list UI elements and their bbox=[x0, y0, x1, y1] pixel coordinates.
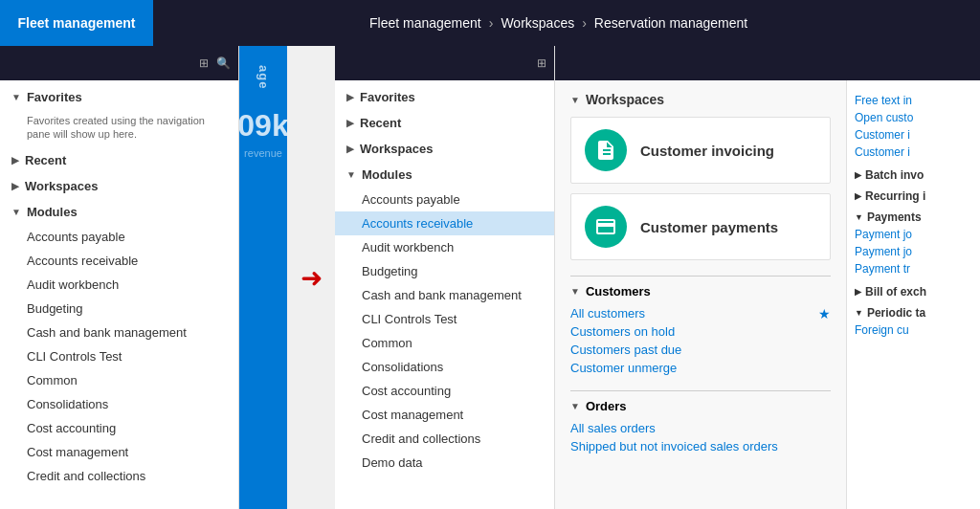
mid-nav-item-audit-workbench[interactable]: Audit workbench bbox=[335, 235, 554, 259]
far-link-customer-i1[interactable]: Customer i bbox=[855, 126, 972, 144]
left-recent-label: Recent bbox=[25, 153, 66, 167]
invoice-svg bbox=[594, 139, 617, 162]
mid-recent-header[interactable]: ▶ Recent bbox=[335, 110, 554, 136]
breadcrumb: Fleet management › Workspaces › Reservat… bbox=[354, 15, 747, 31]
right-panel: ▼ Workspaces Customer invoicing bbox=[555, 46, 980, 509]
far-batch-label: Batch invo bbox=[865, 168, 924, 182]
mid-favorites-header[interactable]: ▶ Favorites bbox=[335, 84, 554, 110]
left-nav-item-cli[interactable]: CLI Controls Test bbox=[0, 344, 238, 368]
left-panel-header: ⊞ 🔍 bbox=[0, 46, 238, 80]
divider-2 bbox=[570, 390, 831, 391]
mid-modules-section: ▼ Modules Accounts payable Accounts rece… bbox=[335, 162, 554, 475]
mid-workspaces-header[interactable]: ▶ Workspaces bbox=[335, 136, 554, 162]
left-favorites-header[interactable]: ▼ Favorites bbox=[0, 84, 238, 110]
mid-nav-item-cli[interactable]: CLI Controls Test bbox=[335, 307, 554, 331]
far-foreign-cu[interactable]: Foreign cu bbox=[855, 321, 972, 339]
customers-section: ▼ Customers All customers ★ Customers on… bbox=[570, 284, 831, 377]
orders-title: Orders bbox=[586, 399, 627, 413]
far-link-open-cust[interactable]: Open custo bbox=[855, 109, 972, 126]
mid-nav-item-cost-accounting[interactable]: Cost accounting bbox=[335, 379, 554, 403]
mid-modules-chevron: ▼ bbox=[346, 169, 356, 180]
customer-unmerge-link[interactable]: Customer unmerge bbox=[570, 359, 831, 377]
far-payments-chevron: ▼ bbox=[855, 212, 863, 222]
far-periodic-title: ▼ Periodic ta bbox=[855, 306, 972, 320]
pin-icon-middle[interactable]: ⊞ bbox=[537, 56, 546, 70]
search-icon-left[interactable]: 🔍 bbox=[216, 56, 231, 70]
mid-nav-item-credit-collections[interactable]: Credit and collections bbox=[335, 427, 554, 451]
nav-blue-bar: Fleet management bbox=[0, 0, 153, 46]
far-recurring-chevron: ▶ bbox=[855, 191, 861, 201]
all-customers-link[interactable]: All customers bbox=[570, 304, 645, 322]
far-bill-label: Bill of exch bbox=[865, 285, 926, 299]
mid-nav-item-demo-data[interactable]: Demo data bbox=[335, 451, 554, 475]
left-modules-header[interactable]: ▼ Modules bbox=[0, 199, 238, 225]
mid-workspaces-chevron: ▶ bbox=[346, 144, 354, 154]
customers-chevron: ▼ bbox=[570, 286, 580, 297]
orders-section-header: ▼ Orders bbox=[570, 399, 831, 413]
far-payments-label: Payments bbox=[867, 210, 922, 224]
far-payment-jo2[interactable]: Payment jo bbox=[855, 243, 972, 260]
bg-text-manage: age bbox=[256, 46, 271, 89]
mid-workspaces-section: ▶ Workspaces bbox=[335, 136, 554, 162]
customers-on-hold-link[interactable]: Customers on hold bbox=[570, 322, 831, 341]
mid-nav-item-cost-management[interactable]: Cost management bbox=[335, 403, 554, 427]
all-customers-star[interactable]: ★ bbox=[818, 306, 831, 321]
far-bill-chevron: ▶ bbox=[855, 287, 861, 297]
mid-modules-label: Modules bbox=[362, 167, 412, 182]
mid-favorites-section: ▶ Favorites bbox=[335, 84, 554, 110]
far-link-free-text[interactable]: Free text in bbox=[855, 92, 972, 109]
customer-payments-card[interactable]: Customer payments bbox=[570, 193, 831, 260]
all-sales-orders-link[interactable]: All sales orders bbox=[570, 419, 831, 437]
left-nav-item-accounts-payable[interactable]: Accounts payable bbox=[0, 225, 238, 249]
customer-payments-title: Customer payments bbox=[640, 219, 778, 235]
breadcrumb-sep-2: › bbox=[582, 15, 587, 31]
left-nav-item-cost-accounting[interactable]: Cost accounting bbox=[0, 416, 238, 440]
mid-nav-item-budgeting[interactable]: Budgeting bbox=[335, 259, 554, 283]
left-nav-item-budgeting[interactable]: Budgeting bbox=[0, 297, 238, 321]
left-favorites-section: ▼ Favorites Favorites created using the … bbox=[0, 84, 238, 147]
customers-past-due-link[interactable]: Customers past due bbox=[570, 341, 831, 359]
mid-nav-item-common[interactable]: Common bbox=[335, 331, 554, 355]
mid-nav-item-cash-bank[interactable]: Cash and bank management bbox=[335, 283, 554, 307]
breadcrumb-reservation: Reservation management bbox=[594, 15, 747, 31]
mid-nav-item-consolidations[interactable]: Consolidations bbox=[335, 355, 554, 379]
left-nav-item-audit-workbench[interactable]: Audit workbench bbox=[0, 273, 238, 297]
modules-chevron-left: ▼ bbox=[11, 207, 21, 217]
far-payment-tr[interactable]: Payment tr bbox=[855, 260, 972, 277]
customer-invoicing-card[interactable]: Customer invoicing bbox=[570, 117, 831, 184]
red-arrow: ➜ bbox=[301, 262, 323, 294]
far-payments-title: ▼ Payments bbox=[855, 210, 972, 224]
bg-stripe: age 09k revenue bbox=[239, 46, 287, 509]
top-nav-right: Fleet management › Workspaces › Reservat… bbox=[354, 0, 980, 46]
left-recent-header[interactable]: ▶ Recent bbox=[0, 147, 238, 173]
pin-icon[interactable]: ⊞ bbox=[199, 56, 209, 70]
left-workspaces-header[interactable]: ▶ Workspaces bbox=[0, 173, 238, 199]
left-nav-item-credit-collections[interactable]: Credit and collections bbox=[0, 464, 238, 488]
workspace-main-title: ▼ Workspaces bbox=[570, 92, 831, 107]
payments-svg bbox=[594, 215, 617, 238]
mid-nav-item-accounts-payable[interactable]: Accounts payable bbox=[335, 188, 554, 211]
left-nav-item-accounts-receivable[interactable]: Accounts receivable bbox=[0, 249, 238, 273]
customers-title: Customers bbox=[586, 284, 651, 299]
far-link-customer-i2[interactable]: Customer i bbox=[855, 144, 972, 161]
far-recurring-label: Recurring i bbox=[865, 189, 925, 203]
far-periodic-chevron: ▼ bbox=[855, 308, 863, 318]
bg-revenue: revenue bbox=[244, 144, 282, 159]
middle-nav-sidebar: ▶ Favorites ▶ Recent ▶ Workspaces ▼ bbox=[335, 80, 554, 509]
customer-payments-icon bbox=[585, 206, 627, 248]
mid-nav-item-accounts-receivable[interactable]: Accounts receivable bbox=[335, 211, 554, 235]
mid-favorites-label: Favorites bbox=[360, 90, 415, 104]
left-nav-item-cost-management[interactable]: Cost management bbox=[0, 440, 238, 464]
left-nav-title: Fleet management bbox=[3, 15, 151, 31]
left-nav-item-consolidations[interactable]: Consolidations bbox=[0, 392, 238, 416]
left-nav-item-cash-bank[interactable]: Cash and bank management bbox=[0, 321, 238, 344]
orders-chevron: ▼ bbox=[570, 401, 580, 411]
shipped-not-invoiced-link[interactable]: Shipped but not invoiced sales orders bbox=[570, 437, 831, 455]
middle-panel: ⊞ ▶ Favorites ▶ Recent ▶ Workspaces bbox=[335, 46, 555, 509]
far-bill-title: ▶ Bill of exch bbox=[855, 285, 972, 299]
workspace-chevron: ▼ bbox=[570, 95, 580, 105]
mid-modules-header[interactable]: ▼ Modules bbox=[335, 162, 554, 188]
workspace-title-label: Workspaces bbox=[586, 92, 664, 107]
far-payment-jo1[interactable]: Payment jo bbox=[855, 226, 972, 243]
left-nav-item-common[interactable]: Common bbox=[0, 368, 238, 392]
